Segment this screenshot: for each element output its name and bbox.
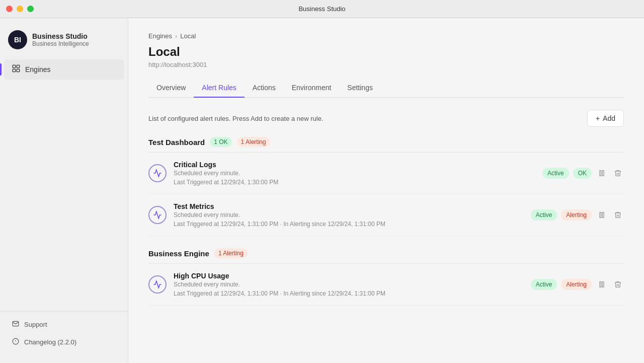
rule-item-test-metrics: Test Metrics Scheduled every minute. Las… (148, 194, 624, 236)
group-badge-alerting-be: 1 Alerting (214, 248, 248, 258)
status-alerting-high-cpu: Alerting (561, 279, 592, 290)
rule-name-critical-logs: Critical Logs (174, 161, 535, 169)
rule-trigger-high-cpu: Last Triggered at 12/29/24, 1:31:00 PM ·… (174, 290, 524, 297)
rule-schedule-test-metrics: Scheduled every minute. (174, 211, 524, 219)
rule-name-test-metrics: Test Metrics (174, 202, 524, 210)
close-button[interactable] (6, 6, 13, 12)
svg-rect-9 (600, 212, 601, 218)
svg-rect-10 (602, 212, 604, 218)
breadcrumb-separator: › (175, 32, 177, 40)
group-badge-alerting: 1 Alerting (237, 137, 270, 147)
sidebar-footer: Support Changelog (2.2.0) (0, 311, 128, 355)
rule-actions-high-cpu: Active Alerting (531, 278, 624, 291)
status-alerting-test-metrics: Alerting (561, 209, 592, 221)
svg-rect-8 (602, 171, 604, 176)
window-controls (6, 6, 34, 12)
support-icon (12, 320, 19, 329)
app-subtitle: Business Intelligence (32, 40, 89, 47)
rule-icon-high-cpu (148, 275, 167, 294)
sidebar-item-changelog[interactable]: Changelog (2.2.0) (0, 333, 128, 351)
rule-actions-critical-logs: Active OK (542, 167, 624, 179)
tab-overview[interactable]: Overview (148, 79, 194, 98)
alert-rules-description: List of configured alert rules. Press Ad… (148, 115, 324, 122)
rule-icon-test-metrics (148, 206, 167, 224)
rule-item-high-cpu: High CPU Usage Scheduled every minute. L… (148, 264, 624, 306)
rule-schedule-high-cpu: Scheduled every minute. (174, 281, 524, 288)
rule-item-critical-logs: Critical Logs Scheduled every minute. La… (148, 153, 624, 194)
status-active-high-cpu: Active (531, 279, 557, 290)
breadcrumb-engines[interactable]: Engines (148, 32, 172, 40)
engines-icon (12, 64, 20, 75)
svg-rect-2 (13, 69, 15, 71)
sidebar-header: BI Business Studio Business Intelligence (0, 26, 128, 59)
app-name: Business Studio (32, 32, 89, 40)
rule-group-test-dashboard: Test Dashboard 1 OK 1 Alerting Critical … (148, 137, 624, 236)
svg-rect-7 (600, 171, 601, 176)
sidebar: BI Business Studio Business Intelligence… (0, 18, 128, 363)
add-label: Add (603, 114, 615, 122)
group-name-test-dashboard: Test Dashboard (148, 138, 205, 147)
tab-environment[interactable]: Environment (284, 79, 340, 98)
svg-rect-0 (13, 65, 15, 67)
add-rule-button[interactable]: + Add (587, 110, 624, 127)
tab-alert-rules[interactable]: Alert Rules (194, 79, 244, 98)
rule-icon-critical-logs (148, 164, 167, 182)
page-subtitle: http://localhost:3001 (148, 61, 624, 68)
rule-info-test-metrics: Test Metrics Scheduled every minute. Las… (174, 202, 524, 228)
pause-button-critical-logs[interactable] (596, 167, 608, 179)
minimize-button[interactable] (17, 6, 23, 12)
group-name-business-engine: Business Engine (148, 249, 209, 258)
pause-button-test-metrics[interactable] (596, 209, 608, 221)
svg-rect-3 (17, 69, 19, 71)
rule-actions-test-metrics: Active Alerting (531, 209, 624, 221)
tab-bar: Overview Alert Rules Actions Environment… (148, 79, 624, 98)
maximize-button[interactable] (27, 6, 34, 12)
main-content: Engines › Local Local http://localhost:3… (128, 18, 644, 363)
breadcrumb-current: Local (180, 32, 196, 40)
rule-schedule-critical-logs: Scheduled every minute. (174, 170, 535, 177)
titlebar-title: Business Studio (298, 5, 345, 13)
rule-trigger-critical-logs: Last Triggered at 12/29/24, 1:30:00 PM (174, 179, 535, 186)
rule-group-business-engine-header: Business Engine 1 Alerting (148, 248, 624, 264)
sidebar-item-engines[interactable]: Engines (4, 59, 124, 80)
sidebar-item-engines-label: Engines (25, 65, 51, 74)
group-badge-ok: 1 OK (210, 137, 231, 147)
svg-rect-1 (17, 65, 19, 67)
alert-rules-header: List of configured alert rules. Press Ad… (148, 110, 624, 127)
changelog-label: Changelog (2.2.0) (24, 338, 76, 346)
delete-button-high-cpu[interactable] (612, 278, 624, 291)
status-ok-critical-logs: OK (573, 168, 592, 179)
delete-button-critical-logs[interactable] (612, 167, 624, 179)
changelog-icon (12, 338, 19, 346)
rule-group-business-engine: Business Engine 1 Alerting High CPU Usag… (148, 248, 624, 306)
page-title: Local (148, 45, 624, 59)
sidebar-nav: Engines (0, 59, 128, 307)
support-label: Support (24, 321, 47, 328)
app-logo: BI (8, 30, 27, 49)
rule-trigger-test-metrics: Last Triggered at 12/29/24, 1:31:00 PM ·… (174, 221, 524, 228)
tab-settings[interactable]: Settings (339, 79, 381, 98)
svg-rect-12 (602, 282, 604, 287)
sidebar-item-support[interactable]: Support (0, 316, 128, 333)
delete-button-test-metrics[interactable] (612, 209, 624, 221)
plus-icon: + (596, 114, 600, 122)
status-active-critical-logs: Active (542, 168, 569, 179)
svg-rect-11 (600, 282, 601, 287)
pause-button-high-cpu[interactable] (596, 278, 608, 291)
breadcrumb: Engines › Local (148, 32, 624, 40)
tab-actions[interactable]: Actions (245, 79, 284, 98)
status-active-test-metrics: Active (531, 209, 557, 221)
titlebar: Business Studio (0, 0, 644, 18)
rule-info-high-cpu: High CPU Usage Scheduled every minute. L… (174, 272, 524, 297)
rule-name-high-cpu: High CPU Usage (174, 272, 524, 280)
rule-info-critical-logs: Critical Logs Scheduled every minute. La… (174, 161, 535, 186)
rule-group-test-dashboard-header: Test Dashboard 1 OK 1 Alerting (148, 137, 624, 153)
